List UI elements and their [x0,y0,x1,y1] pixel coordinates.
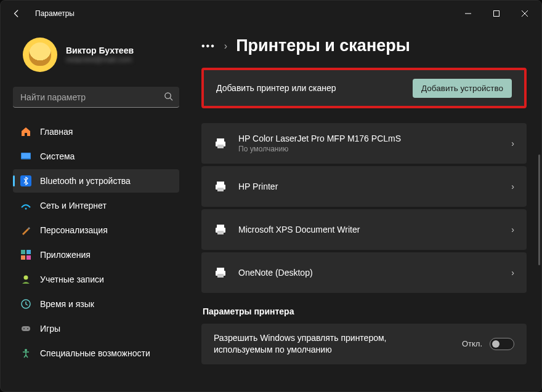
chevron-right-icon: › [511,268,514,278]
sidebar-item-network[interactable]: Сеть и Интернет [13,194,179,217]
svg-rect-23 [217,182,224,185]
sidebar-item-personalization[interactable]: Персонализация [13,218,179,242]
svg-rect-25 [217,188,224,191]
printer-list: HP Color LaserJet Pro MFP M176 PCLmSПо у… [201,123,527,293]
sidebar-item-label: Главная [40,127,73,137]
sidebar-item-label: Время и язык [40,299,94,309]
scrollbar[interactable] [538,154,540,265]
sidebar-item-label: Специальные возможности [40,348,150,358]
accessibility-icon [20,348,31,359]
svg-rect-10 [21,250,25,254]
printer-row[interactable]: Microsoft XPS Document Writer› [201,209,527,250]
default-printer-toggle[interactable] [490,338,514,350]
chevron-right-icon: › [224,41,227,52]
svg-point-4 [165,93,171,98]
search-icon [164,92,173,103]
accounts-icon [20,274,31,285]
chevron-right-icon: › [511,225,514,234]
sidebar-item-home[interactable]: Главная [13,120,179,143]
svg-rect-29 [217,268,224,271]
svg-rect-1 [494,11,500,17]
user-profile[interactable]: Виктор Бухтеев redacted@mail.com [23,38,179,72]
sidebar-item-label: Персонализация [40,225,108,235]
svg-rect-31 [217,274,224,278]
breadcrumb: ••• › Принтеры и сканеры [201,36,527,55]
sidebar: Виктор Бухтеев redacted@mail.com Главная… [1,26,189,391]
printer-row[interactable]: OneNote (Desktop)› [201,252,527,293]
printer-name: OneNote (Desktop) [238,268,313,278]
network-icon [20,200,31,211]
add-device-button[interactable]: Добавить устройство [413,79,512,98]
svg-point-18 [27,328,28,329]
system-icon [20,151,31,162]
personalization-icon [20,225,31,236]
minimize-button[interactable] [454,4,482,23]
printer-icon [214,137,227,150]
add-printer-label: Добавить принтер или сканер [216,83,336,93]
avatar [23,38,57,72]
page-title: Принтеры и сканеры [236,36,410,55]
svg-rect-13 [26,255,31,260]
settings-window: Параметры Виктор Бухтеев redacted@mail.c… [0,0,542,392]
sidebar-item-label: Сеть и Интернет [40,201,107,210]
svg-rect-12 [21,255,25,260]
svg-rect-28 [217,231,224,234]
sidebar-item-time[interactable]: Время и язык [13,292,179,316]
search-input[interactable] [13,87,179,108]
maximize-button[interactable] [482,4,511,23]
printer-name: HP Color LaserJet Pro MFP M176 PCLmS [238,134,401,143]
sidebar-item-accessibility[interactable]: Специальные возможности [13,342,179,365]
svg-point-14 [24,276,28,280]
svg-point-19 [25,349,27,351]
close-button[interactable] [511,4,539,23]
printer-subtitle: По умолчанию [238,145,401,153]
svg-rect-26 [217,225,224,228]
sidebar-item-label: Bluetooth и устройства [40,176,131,186]
apps-icon [20,249,31,260]
sidebar-item-label: Игры [40,324,60,334]
printer-icon [214,223,227,236]
svg-rect-20 [217,138,224,142]
home-icon [20,126,31,137]
time-icon [20,298,31,310]
setting-label: Разрешить Windows управлять принтером, и… [214,332,435,356]
svg-rect-7 [22,153,30,158]
svg-rect-22 [217,145,224,148]
sidebar-item-label: Приложения [40,250,91,260]
window-controls [454,4,539,23]
printer-row[interactable]: HP Color LaserJet Pro MFP M176 PCLmSПо у… [201,123,527,164]
bluetooth-icon [20,175,31,186]
default-printer-setting: Разрешить Windows управлять принтером, и… [201,324,527,364]
sidebar-item-label: Система [40,151,75,161]
sidebar-item-bluetooth[interactable]: Bluetooth и устройства [13,169,179,193]
add-printer-row: Добавить принтер или сканер Добавить уст… [201,68,527,108]
svg-rect-16 [22,326,30,331]
sidebar-item-accounts[interactable]: Учетные записи [13,268,179,291]
printer-row[interactable]: HP Printer› [201,166,527,207]
content-area: Виктор Бухтеев redacted@mail.com Главная… [1,26,541,391]
nav-list: Главная Система Bluetooth и устройства С… [10,120,182,365]
svg-line-5 [170,98,172,100]
toggle-state-label: Откл. [462,339,482,348]
sidebar-item-label: Учетные записи [40,274,104,284]
chevron-right-icon: › [511,182,514,191]
titlebar: Параметры [1,1,541,26]
printer-settings-title: Параметры принтера [203,306,527,316]
window-title: Параметры [35,9,75,18]
svg-point-9 [25,208,27,210]
user-name: Виктор Бухтеев [66,46,134,55]
search-box [13,87,179,108]
printer-name: HP Printer [238,182,278,191]
gaming-icon [20,323,31,334]
back-button[interactable] [6,2,28,25]
sidebar-item-gaming[interactable]: Игры [13,317,179,340]
sidebar-item-system[interactable]: Система [13,145,179,168]
sidebar-item-apps[interactable]: Приложения [13,243,179,266]
printer-icon [214,180,227,193]
breadcrumb-more-button[interactable]: ••• [201,41,216,52]
svg-point-17 [23,328,25,329]
printer-icon [214,266,227,279]
user-email: redacted@mail.com [66,55,134,64]
svg-rect-11 [26,250,31,254]
chevron-right-icon: › [511,138,514,148]
